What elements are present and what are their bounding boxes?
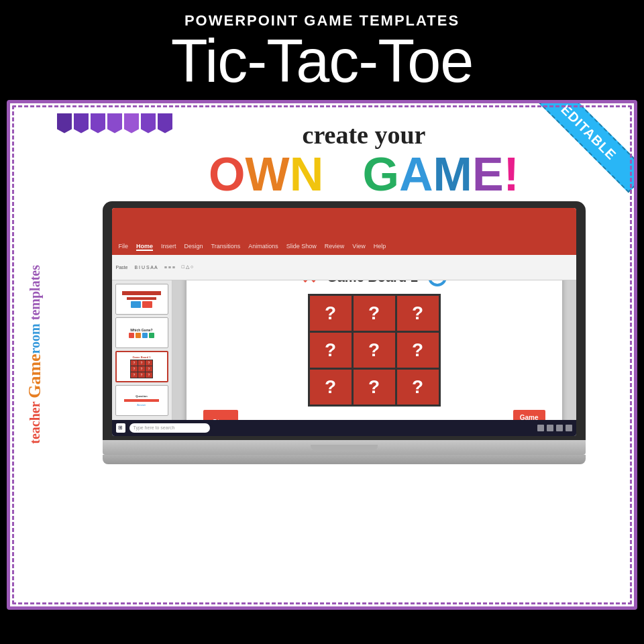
taskbar-icon-2: [547, 425, 553, 431]
sidebar-room: room: [28, 323, 42, 354]
grid-cell-7[interactable]: ?: [354, 370, 395, 405]
slide-thumb-4-content: Question Answer: [116, 386, 168, 415]
thumb1-bar2: [127, 297, 156, 300]
tab-help[interactable]: Help: [374, 243, 386, 251]
laptop-wrapper: File Home Insert Design Transitions Anim…: [64, 201, 624, 464]
tab-animations[interactable]: Animations: [248, 243, 278, 251]
tab-view[interactable]: View: [352, 243, 365, 251]
grid-cell-6[interactable]: ?: [310, 370, 352, 405]
slide-thumb-1-content: [116, 284, 168, 314]
o-mark: [428, 280, 447, 287]
laptop-screen: File Home Insert Design Transitions Anim…: [112, 208, 576, 436]
editable-badge: EDITABLE: [527, 103, 634, 211]
laptop-screen-outer: File Home Insert Design Transitions Anim…: [103, 201, 586, 440]
slide-thumb-2-content: Which Game?: [116, 318, 168, 347]
sidebar-game: Game: [25, 354, 44, 398]
grid-cell-0[interactable]: ?: [310, 296, 352, 331]
tab-transitions[interactable]: Transitions: [211, 243, 241, 251]
letter-w: W: [246, 148, 290, 201]
taskbar-icon-1: [537, 425, 544, 431]
slide-panel: Which Game?: [112, 280, 172, 420]
x-mark: ✕: [301, 280, 317, 288]
game-board-container: ✕ Game Board 1 ? ? ?: [197, 280, 552, 420]
paste-tool: Paste: [116, 265, 128, 270]
create-your-label: create your: [303, 121, 426, 149]
laptop-notch: [311, 445, 378, 450]
ribbon-tabs: File Home Insert Design Transitions Anim…: [115, 243, 386, 251]
top-banner: POWERPOINT GAME TEMPLATES Tic-Tac-Toe: [0, 0, 644, 100]
game-board-header: ✕ Game Board 1: [301, 280, 447, 288]
grid-cell-4[interactable]: ?: [354, 333, 395, 368]
grid-cell-1[interactable]: ?: [354, 296, 395, 331]
slide-thumb-2[interactable]: Which Game?: [115, 317, 168, 348]
stop-button[interactable]: Stop: [203, 410, 238, 420]
tab-insert[interactable]: Insert: [161, 243, 176, 251]
sidebar-text: teacher Gameroom templates: [18, 123, 52, 586]
taskbar-right: [537, 425, 572, 431]
taskbar-icon-4: [566, 425, 572, 431]
laptop: File Home Insert Design Transitions Anim…: [103, 201, 586, 464]
tab-design[interactable]: Design: [184, 243, 203, 251]
board-controls: Stop GameMode: [197, 410, 552, 420]
editable-label: EDITABLE: [529, 103, 634, 193]
sidebar-teacher: teacher: [28, 398, 42, 444]
slide-thumb-3-content: Game Board 1 ? ? ? ? ? ?: [117, 352, 167, 381]
laptop-base: [103, 440, 586, 455]
slide-thumb-1[interactable]: [115, 284, 168, 315]
game-mode-button[interactable]: GameMode: [513, 410, 545, 420]
thumb1-bar1: [122, 291, 161, 295]
main-area: teacher Gameroom templates EDITABLE crea…: [7, 100, 637, 610]
grid-cell-3[interactable]: ?: [310, 333, 352, 368]
slide-thumb-3[interactable]: Game Board 1 ? ? ? ? ? ?: [115, 351, 168, 382]
ppt-body: Which Game?: [112, 280, 576, 420]
search-placeholder: Type here to search: [133, 425, 175, 430]
letter-o: O: [209, 148, 245, 201]
taskbar-search[interactable]: Type here to search: [129, 423, 210, 433]
game-grid: ? ? ? ? ? ? ? ?: [308, 294, 441, 407]
slide-content: ✕ Game Board 1 ? ? ?: [186, 280, 562, 420]
board-title: Game Board 1: [327, 280, 418, 285]
exclaim: !: [504, 148, 519, 201]
drawing-tools: □ △ ○: [182, 264, 193, 270]
grid-cell-5[interactable]: ?: [397, 333, 439, 368]
taskbar-icon-3: [556, 425, 563, 431]
letter-m: M: [433, 148, 472, 201]
letter-a: A: [399, 148, 433, 201]
tab-review[interactable]: Review: [325, 243, 345, 251]
tab-home[interactable]: Home: [136, 243, 153, 251]
main-slide: ✕ Game Board 1 ? ? ?: [172, 280, 576, 420]
slide-thumb-4[interactable]: Question Answer: [115, 385, 168, 416]
sidebar-templates: templates: [28, 265, 42, 320]
letter-g: G: [363, 148, 399, 201]
grid-cell-8[interactable]: ?: [397, 370, 439, 405]
tab-slideshow[interactable]: Slide Show: [286, 243, 317, 251]
taskbar: ⊞ Type here to search: [112, 420, 576, 436]
laptop-base-bottom: [103, 455, 586, 464]
ppt-ribbon: File Home Insert Design Transitions Anim…: [112, 208, 576, 255]
thumb4-bar: [124, 399, 158, 402]
grid-cell-2[interactable]: ?: [397, 296, 439, 331]
windows-icon[interactable]: ⊞: [116, 423, 125, 433]
ppt-ui: File Home Insert Design Transitions Anim…: [112, 208, 576, 436]
letter-n: N: [290, 148, 324, 201]
paragraph-tools: ≡ ≡ ≡: [164, 265, 175, 270]
ribbon-tools: Paste B I U S A A ≡ ≡ ≡ □ △ ○: [112, 255, 576, 280]
tab-file[interactable]: File: [119, 243, 129, 251]
format-tools: B I U S A A: [134, 265, 157, 270]
letter-e: E: [472, 148, 504, 201]
title: Tic-Tac-Toe: [7, 30, 637, 93]
